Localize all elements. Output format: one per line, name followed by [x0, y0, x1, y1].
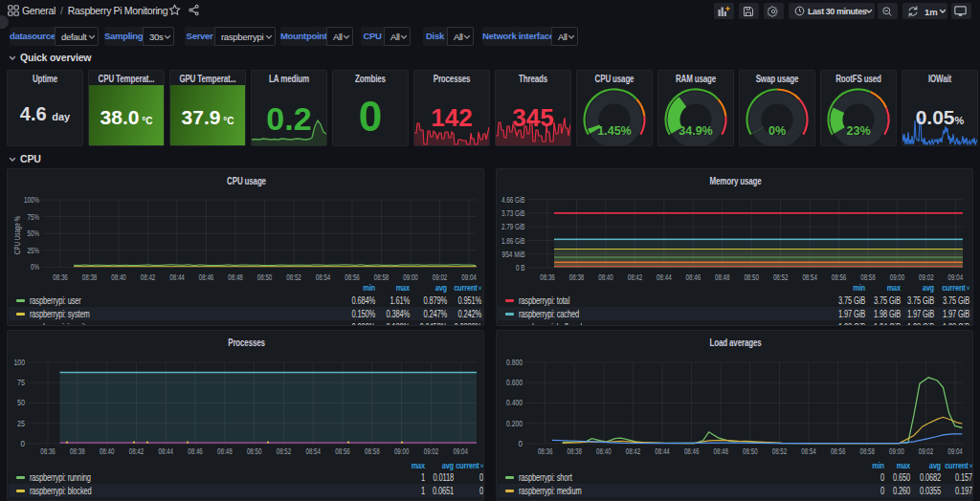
svg-text:08:52: 08:52: [277, 447, 292, 456]
svg-text:08:36: 08:36: [540, 272, 555, 282]
svg-text:2.79 GiB: 2.79 GiB: [501, 222, 525, 231]
svg-text:3.73 GiB: 3.73 GiB: [501, 208, 525, 218]
svg-text:0%: 0%: [768, 124, 786, 138]
svg-text:34.9%: 34.9%: [679, 124, 712, 138]
svg-text:09:04: 09:04: [947, 447, 963, 456]
svg-text:08:36: 08:36: [538, 447, 553, 456]
svg-text:08:50: 08:50: [257, 272, 273, 282]
svg-text:23%: 23%: [846, 124, 870, 138]
svg-text:08:50: 08:50: [247, 447, 262, 456]
svg-text:09:02: 09:02: [919, 447, 934, 456]
svg-text:100: 100: [14, 358, 26, 367]
svg-text:08:38: 08:38: [568, 447, 583, 456]
svg-text:08:44: 08:44: [655, 447, 670, 456]
svg-text:25%: 25%: [28, 246, 40, 255]
svg-text:0: 0: [519, 439, 523, 448]
svg-text:954 MiB: 954 MiB: [502, 250, 525, 259]
svg-text:08:44: 08:44: [657, 272, 672, 282]
svg-text:08:58: 08:58: [365, 447, 380, 456]
svg-text:08:58: 08:58: [860, 272, 876, 282]
svg-text:0 B: 0 B: [516, 263, 525, 272]
svg-text:08:52: 08:52: [286, 272, 301, 282]
svg-text:25: 25: [17, 419, 25, 428]
svg-text:08:54: 08:54: [802, 272, 817, 282]
svg-text:08:40: 08:40: [598, 272, 613, 282]
svg-text:08:36: 08:36: [53, 272, 68, 282]
svg-text:08:40: 08:40: [596, 447, 612, 456]
svg-text:100%: 100%: [24, 195, 39, 205]
svg-text:09:04: 09:04: [948, 272, 964, 282]
svg-text:0.200: 0.200: [506, 419, 523, 428]
svg-text:09:00: 09:00: [889, 447, 904, 456]
svg-text:08:48: 08:48: [217, 447, 233, 456]
svg-text:08:46: 08:46: [684, 447, 700, 456]
svg-text:08:54: 08:54: [801, 447, 816, 456]
svg-text:08:54: 08:54: [306, 447, 322, 456]
svg-text:08:56: 08:56: [831, 447, 846, 456]
svg-text:08:36: 08:36: [40, 447, 56, 456]
svg-text:08:44: 08:44: [159, 447, 174, 456]
svg-text:08:52: 08:52: [772, 447, 788, 456]
svg-text:08:44: 08:44: [169, 272, 185, 282]
svg-text:1.86 GiB: 1.86 GiB: [501, 236, 525, 246]
svg-text:0%: 0%: [31, 262, 39, 272]
svg-text:08:48: 08:48: [714, 447, 729, 456]
svg-text:08:50: 08:50: [743, 447, 758, 456]
svg-text:08:38: 08:38: [569, 272, 585, 282]
svg-text:09:02: 09:02: [919, 272, 934, 282]
svg-text:08:58: 08:58: [374, 272, 390, 282]
svg-text:08:50: 08:50: [744, 272, 759, 282]
svg-text:08:58: 08:58: [860, 447, 876, 456]
svg-text:0.800: 0.800: [506, 358, 523, 367]
svg-text:08:46: 08:46: [199, 272, 214, 282]
svg-text:08:42: 08:42: [129, 447, 145, 456]
svg-text:50%: 50%: [28, 229, 40, 238]
svg-text:08:56: 08:56: [335, 447, 350, 456]
svg-text:09:02: 09:02: [433, 272, 448, 282]
svg-text:09:04: 09:04: [461, 272, 477, 282]
svg-text:CPU Usage %: CPU Usage %: [12, 216, 22, 254]
svg-text:08:38: 08:38: [82, 272, 98, 282]
svg-text:09:00: 09:00: [403, 272, 418, 282]
svg-text:4.66 GiB: 4.66 GiB: [501, 195, 525, 205]
svg-text:09:02: 09:02: [424, 447, 439, 456]
svg-text:50: 50: [17, 398, 25, 407]
svg-text:08:48: 08:48: [228, 272, 243, 282]
svg-text:08:52: 08:52: [773, 272, 789, 282]
svg-text:75%: 75%: [28, 212, 40, 222]
svg-text:08:38: 08:38: [70, 447, 85, 456]
svg-text:08:46: 08:46: [686, 272, 702, 282]
svg-text:0.600: 0.600: [506, 378, 523, 387]
svg-text:08:40: 08:40: [100, 447, 115, 456]
svg-text:0: 0: [21, 439, 26, 448]
svg-text:08:54: 08:54: [316, 272, 331, 282]
svg-text:09:00: 09:00: [394, 447, 410, 456]
svg-text:08:46: 08:46: [188, 447, 203, 456]
svg-text:08:42: 08:42: [141, 272, 156, 282]
svg-text:75: 75: [17, 378, 25, 387]
svg-text:08:42: 08:42: [626, 447, 641, 456]
svg-text:08:56: 08:56: [345, 272, 360, 282]
svg-text:09:04: 09:04: [454, 447, 469, 456]
svg-text:08:56: 08:56: [832, 272, 847, 282]
svg-text:0.400: 0.400: [506, 398, 523, 407]
svg-text:08:48: 08:48: [715, 272, 730, 282]
svg-text:1.45%: 1.45%: [597, 124, 631, 138]
svg-text:09:00: 09:00: [890, 272, 905, 282]
svg-text:08:40: 08:40: [111, 272, 126, 282]
svg-text:08:42: 08:42: [628, 272, 643, 282]
